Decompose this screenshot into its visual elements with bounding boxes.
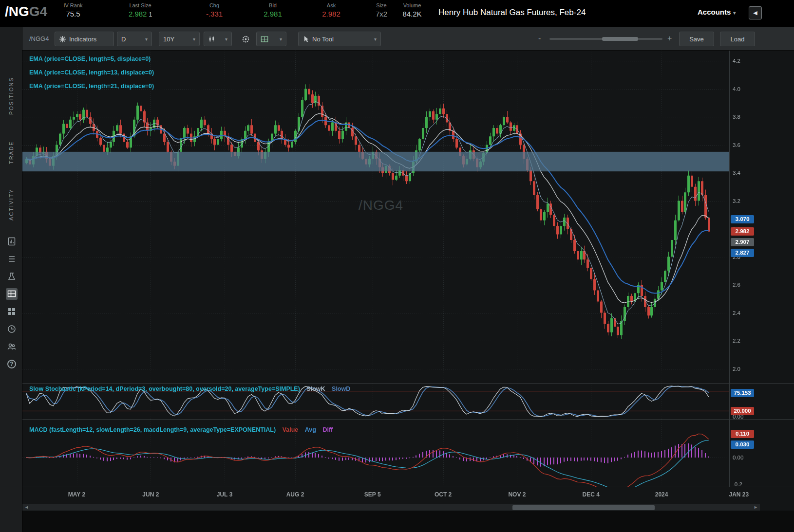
legend-value: Value — [283, 426, 299, 433]
cursor-icon — [302, 36, 309, 43]
scrollbar-thumb[interactable] — [512, 505, 655, 510]
toolbar-symbol-label: /NGG4 — [29, 35, 49, 42]
stat-value: 75.5 — [54, 10, 93, 18]
indicators-button[interactable]: Indicators — [55, 32, 114, 46]
timeframe-dropdown[interactable]: D ▾ — [117, 32, 152, 46]
help-glyph: ? — [10, 361, 13, 367]
study-label-stochastic[interactable]: Slow Stochastic (kPeriod=14, dPeriod=3, … — [29, 385, 350, 392]
legend-avg: Avg — [305, 426, 316, 433]
stat-value: 7x2 — [369, 10, 394, 18]
stat-label: Bid — [256, 2, 290, 8]
stat-extra: 1 — [149, 11, 152, 18]
chevron-down-icon: ▾ — [141, 37, 148, 42]
stat-volume: Volume 84.2K — [397, 2, 427, 18]
horizontal-scrollbar[interactable]: ◄ ► — [22, 504, 760, 511]
macd-params: MACD (fastLength=12, slowLength=26, macd… — [29, 426, 276, 433]
chart-panel: /NGG4 Indicators D ▾ 10Y ▾ ▾ — [22, 27, 794, 532]
load-label: Load — [731, 36, 745, 43]
charts-icon-active[interactable] — [6, 288, 18, 300]
stoch-badge-oversold: 20.000 — [731, 407, 754, 415]
chart-toolbar: /NGG4 Indicators D ▾ 10Y ▾ ▾ — [22, 27, 794, 51]
quote-header: /NGG4 IV Rank 75.5 Last Size 2.9821 Chg … — [0, 0, 794, 27]
chevron-down-icon: ▾ — [221, 37, 227, 42]
zoom-slider[interactable] — [549, 38, 662, 40]
scroll-left-icon[interactable]: ◄ — [24, 505, 29, 510]
stat-value: 84.2K — [397, 10, 427, 18]
dashboard-icon[interactable] — [6, 306, 18, 317]
scroll-right-icon[interactable]: ► — [754, 505, 758, 510]
legend-slowd: SlowD — [332, 385, 350, 392]
legend-diff: Diff — [322, 426, 333, 433]
stat-value: -.331 — [197, 10, 231, 18]
tool-label: No Tool — [312, 36, 334, 43]
zoom-out-button[interactable]: - — [538, 34, 541, 43]
symbol-contract: G4 — [29, 4, 47, 19]
sidebar-tab-trade[interactable]: TRADE — [0, 132, 22, 172]
sidebar-tab-positions[interactable]: POSITIONS — [0, 70, 22, 122]
zoom-in-button[interactable]: + — [667, 34, 672, 43]
sidebar-tab-activity[interactable]: ACTIVITY — [0, 182, 22, 227]
macd-badge-avg: 0.030 — [731, 440, 754, 449]
indicators-label: Indicators — [69, 36, 96, 43]
save-button[interactable]: Save — [679, 32, 714, 46]
bottom-filler — [22, 511, 794, 532]
zoom-slider-thumb[interactable] — [602, 37, 638, 41]
help-icon[interactable]: ? — [6, 358, 18, 370]
accounts-dropdown[interactable]: Accounts▾ — [698, 8, 736, 16]
study-label-ema13[interactable]: EMA (price=CLOSE, length=13, displace=0) — [29, 69, 154, 76]
people-icon[interactable] — [6, 341, 18, 352]
collapse-panel-button[interactable]: ◀ — [749, 6, 762, 19]
study-label-macd[interactable]: MACD (fastLength=12, slowLength=26, macd… — [29, 426, 333, 433]
price-badge-ema5: 3.070 — [731, 215, 754, 223]
flask-icon[interactable] — [6, 271, 18, 282]
chevron-down-icon: ▾ — [370, 37, 377, 42]
symbol-root: /NG — [5, 4, 29, 19]
watchlist-icon[interactable] — [6, 253, 18, 265]
chart-canvas[interactable] — [22, 51, 794, 532]
save-label: Save — [689, 36, 704, 43]
range-dropdown[interactable]: 10Y ▾ — [159, 32, 200, 46]
stat-last-size: Last Size 2.9821 — [116, 2, 165, 18]
price-badge-last: 2.982 — [731, 227, 754, 236]
accounts-label: Accounts — [698, 8, 731, 16]
range-value: 10Y — [163, 36, 174, 43]
stat-label: IV Rank — [54, 2, 93, 8]
macd-badge-value: 0.110 — [731, 430, 754, 438]
stat-label: Volume — [397, 2, 427, 8]
clock-icon[interactable] — [6, 323, 18, 335]
candlestick-icon — [208, 36, 215, 43]
chart-area: /NGG4 EMA (price=CLOSE, length=5, displa… — [22, 51, 794, 532]
chart-type-dropdown[interactable]: ▾ — [204, 32, 232, 46]
grid-layout-dropdown[interactable]: ▾ — [256, 32, 286, 46]
stat-ask: Ask 2.982 — [314, 2, 348, 18]
stat-bid: Bid 2.981 — [256, 2, 290, 18]
stat-size: Size 7x2 — [369, 2, 394, 18]
gear-icon — [242, 35, 250, 43]
stochastic-params: Slow Stochastic (kPeriod=14, dPeriod=3, … — [29, 385, 300, 392]
chevron-down-icon: ▾ — [733, 10, 736, 16]
price-badge-ema13: 2.907 — [731, 238, 754, 246]
stat-label: Size — [369, 2, 394, 8]
chevron-down-icon: ▾ — [276, 37, 282, 42]
drawing-tool-dropdown[interactable]: No Tool ▾ — [298, 32, 381, 46]
trading-app-window: /NGG4 IV Rank 75.5 Last Size 2.9821 Chg … — [0, 0, 794, 532]
study-label-ema21[interactable]: EMA (price=CLOSE, length=21, displace=0) — [29, 83, 154, 90]
chevron-down-icon: ▾ — [189, 37, 195, 42]
study-label-ema5[interactable]: EMA (price=CLOSE, length=5, displace=0) — [29, 55, 151, 62]
stat-value: 2.981 — [256, 10, 290, 18]
flexible-grid-icon — [261, 36, 268, 43]
legend-slowk: SlowK — [306, 385, 325, 392]
stat-label: Ask — [314, 2, 348, 8]
timeframe-value: D — [121, 36, 126, 43]
stat-label: Last Size — [116, 2, 165, 8]
load-button[interactable]: Load — [720, 32, 755, 46]
left-sidebar: POSITIONS TRADE ACTIVITY ? — [0, 27, 22, 532]
stat-chg: Chg -.331 — [197, 2, 231, 18]
report-chart-icon[interactable] — [6, 236, 18, 247]
stat-iv-rank: IV Rank 75.5 — [54, 2, 93, 18]
symbol-title: /NGG4 — [5, 4, 47, 19]
contract-description: Henry Hub Natural Gas Futures, Feb-24 — [438, 8, 586, 18]
chart-settings-button[interactable] — [238, 32, 254, 46]
stat-value: 2.982 — [314, 10, 348, 18]
indicators-burst-icon — [59, 36, 66, 43]
